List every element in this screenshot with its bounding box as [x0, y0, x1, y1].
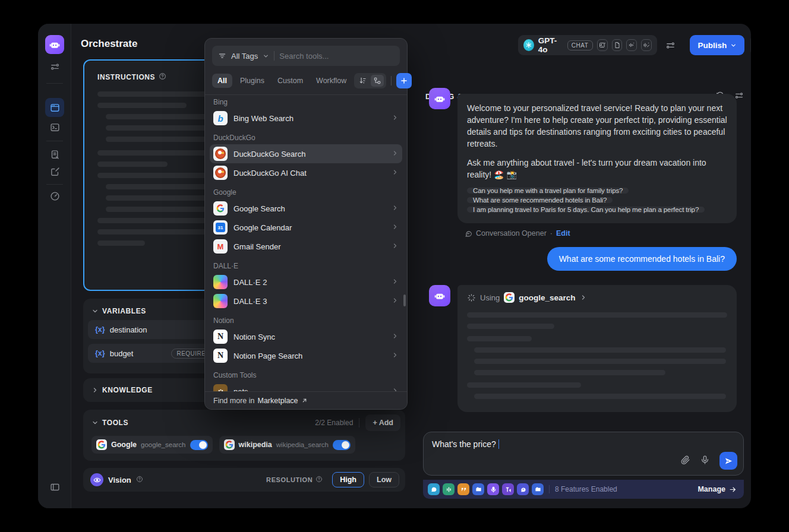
- arrow-right-icon: [729, 486, 737, 493]
- resolution-low-button[interactable]: Low: [369, 472, 399, 487]
- help-icon[interactable]: [159, 72, 166, 82]
- tool-item-label: Notion Page Search: [233, 352, 302, 360]
- sidebar-item-gauge-icon[interactable]: [45, 186, 64, 205]
- equalizer-feature-icon[interactable]: [443, 483, 455, 495]
- tool-list-item[interactable]: DALL·E 2: [210, 273, 402, 292]
- prompt-feature-icon[interactable]: [517, 483, 529, 495]
- tab-plugins[interactable]: Plugins: [235, 74, 270, 88]
- chevron-down-icon: [91, 308, 99, 315]
- tool-list-item[interactable]: MGmail Sender: [210, 237, 402, 256]
- tool-search-bar[interactable]: All Tags Search tools...: [212, 46, 400, 66]
- skeleton-line: [467, 324, 554, 329]
- tool-item-label: Bing Web Search: [233, 114, 293, 123]
- chevron-right-icon: [392, 331, 399, 342]
- chat-input-value[interactable]: What's the price?: [432, 439, 496, 449]
- suggested-question-chip[interactable]: Can you help me with a travel plan for f…: [467, 188, 629, 194]
- voice-feature-icon[interactable]: [487, 483, 499, 495]
- divider: [359, 418, 359, 428]
- tool-chip-google_search[interactable]: Googlegoogle_search: [91, 436, 213, 454]
- sidebar-item-compose-icon[interactable]: [45, 162, 64, 181]
- tool-chip-wikipedia_search[interactable]: wikipediawikipedia_search: [219, 436, 356, 454]
- vision-panel: Vision RESOLUTION HighLow: [83, 468, 405, 492]
- dot-separator: ·: [550, 229, 553, 238]
- tools-enabled-count: 2/2 Enabled: [315, 419, 353, 427]
- tool-group-label: Notion: [210, 311, 402, 327]
- tool-call-status[interactable]: Using google_search: [467, 291, 727, 304]
- marketplace-link[interactable]: Marketplace: [257, 397, 298, 405]
- tool-item-label: DALL·E 3: [233, 297, 267, 306]
- collapse-sidebar-icon[interactable]: [45, 477, 64, 496]
- tool-list-item[interactable]: DALL·E 3: [210, 292, 402, 311]
- chat-feature-icon[interactable]: [428, 483, 440, 495]
- suggested-question-chip[interactable]: What are some recommended hotels in Bali…: [467, 197, 613, 203]
- app-window: Orchestrate INSTRUCTIONS VARIABLES {x}de…: [38, 24, 751, 508]
- sidebar-item-terminal-icon[interactable]: [45, 118, 64, 137]
- chevron-right-icon: [392, 113, 399, 124]
- chat-bubble-icon: [465, 230, 472, 238]
- assistant-welcome-message: Welcome to your personalized travel serv…: [457, 94, 737, 223]
- variable-name: destination: [110, 325, 147, 334]
- skeleton-line: [97, 240, 145, 246]
- tab-workflow[interactable]: Workflow: [311, 74, 352, 88]
- chevron-right-icon: [392, 296, 399, 306]
- group-tree-icon[interactable]: [371, 75, 384, 87]
- mic-icon[interactable]: [700, 455, 710, 467]
- chevron-right-icon: [392, 203, 399, 214]
- home-feature-icon[interactable]: [472, 483, 484, 495]
- sidebar-item-document-icon[interactable]: [45, 145, 64, 164]
- scrollbar-thumb[interactable]: [403, 294, 406, 306]
- tool-list-item[interactable]: NNotion Sync: [210, 327, 402, 346]
- attach-paperclip-icon[interactable]: [680, 455, 690, 467]
- tags-filter-dropdown[interactable]: All Tags: [231, 52, 258, 61]
- model-selector[interactable]: GPT-4o CHAT: [518, 35, 657, 55]
- user-message: What are some recommended hotels in Bali…: [547, 247, 737, 271]
- version-history-button[interactable]: [750, 35, 751, 55]
- help-icon[interactable]: [136, 474, 143, 485]
- files-feature-icon[interactable]: [532, 483, 544, 495]
- skeleton-line: [474, 370, 665, 375]
- tools-panel: TOOLS 2/2 Enabled + Add Googlegoogle_sea…: [83, 410, 405, 461]
- tts-feature-icon[interactable]: [502, 483, 514, 495]
- tool-toggle[interactable]: [333, 440, 351, 450]
- welcome-paragraph: Welcome to your personalized travel serv…: [467, 102, 728, 150]
- chat-input[interactable]: What's the price?: [423, 432, 744, 476]
- manage-features-link[interactable]: Manage: [698, 485, 737, 493]
- variable-token: {x}: [95, 325, 105, 334]
- add-tool-button[interactable]: + Add: [365, 414, 400, 431]
- resolution-high-button[interactable]: High: [332, 472, 364, 487]
- tab-all[interactable]: All: [212, 74, 232, 88]
- search-tools-input[interactable]: Search tools...: [279, 52, 329, 61]
- google-icon: [213, 201, 228, 216]
- send-button[interactable]: [719, 452, 737, 470]
- publish-button[interactable]: Publish: [690, 35, 744, 55]
- knowledge-title: KNOWLEDGE: [102, 386, 153, 394]
- arrow-up-right-icon: [301, 397, 308, 404]
- tools-header[interactable]: TOOLS: [91, 419, 128, 427]
- variables-title: VARIABLES: [102, 307, 146, 315]
- tool-list-item[interactable]: DuckDuckGo AI Chat: [210, 163, 402, 182]
- quote-feature-icon[interactable]: [457, 483, 469, 495]
- model-settings-sliders-icon[interactable]: [665, 40, 676, 50]
- sort-az-icon[interactable]: [356, 75, 370, 87]
- tool-list-item[interactable]: DuckDuckGo Search: [210, 144, 402, 163]
- app-logo-robot-icon[interactable]: [45, 35, 64, 54]
- tool-toggle[interactable]: [190, 440, 208, 450]
- features-count: 8 Features Enabled: [555, 485, 617, 493]
- settings-sliders-icon[interactable]: [45, 57, 64, 76]
- sidebar-item-window-icon[interactable]: [45, 98, 64, 117]
- tab-custom[interactable]: Custom: [272, 74, 308, 88]
- tool-list-item[interactable]: bBing Web Search: [210, 109, 402, 128]
- spinner-icon: [467, 293, 476, 302]
- tool-list-item[interactable]: NNotion Page Search: [210, 346, 402, 365]
- edit-opener-link[interactable]: Edit: [556, 229, 570, 238]
- add-custom-tool-button[interactable]: [396, 73, 412, 88]
- tool-list-item[interactable]: 31Google Calendar: [210, 218, 402, 237]
- help-icon[interactable]: [315, 476, 323, 484]
- tool-item-label: Google Calendar: [233, 223, 292, 232]
- tool-chip-name: wikipedia: [239, 441, 272, 449]
- marketplace-footer[interactable]: Find more in Marketplace: [205, 391, 407, 409]
- tool-list-item[interactable]: Google Search: [210, 199, 402, 218]
- divider: [391, 76, 392, 86]
- suggested-question-chip[interactable]: I am planning travel to Paris for 5 days…: [467, 207, 705, 213]
- waveform-capability-icon: [626, 39, 637, 51]
